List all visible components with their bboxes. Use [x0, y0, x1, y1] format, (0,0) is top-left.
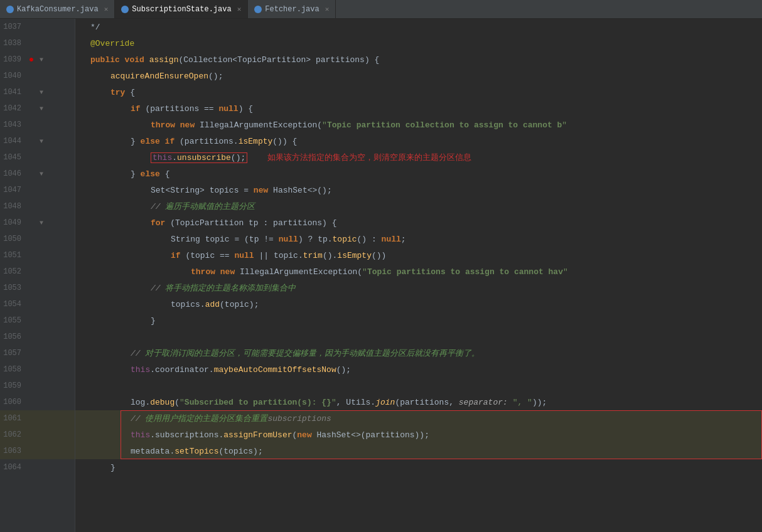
line-num-1037: 1037 — [0, 23, 26, 31]
code-line-1052: throw new IllegalArgumentException("Topi… — [75, 263, 762, 280]
gutter-row-1053: 1053 — [0, 280, 75, 296]
gutter-fold-1042[interactable]: ▼ — [36, 104, 46, 114]
code-line-1057: // 对于取消订阅的主题分区，可能需要提交偏移量，因为手动赋值主题分区后就没有再… — [75, 345, 762, 361]
tab-label-kafkaconsumer: KafkaConsumer.java — [17, 5, 99, 14]
line-num-1051: 1051 — [0, 251, 26, 260]
gutter-fold-1056 — [36, 332, 46, 342]
line-num-1055: 1055 — [0, 316, 26, 325]
code-line-1049: for (TopicPartition tp : partitions) { — [75, 215, 762, 231]
gutter-fold-1057 — [36, 348, 46, 358]
gutter-row-1061: 1061 — [0, 410, 75, 427]
gutter-row-1060: 1060 — [0, 394, 75, 410]
tab-kafkaconsumer[interactable]: KafkaConsumer.java ✕ — [0, 0, 115, 18]
code-line-1063: metadata.setTopics(topics); — [75, 443, 762, 459]
gutter-fold-1052 — [36, 267, 46, 277]
line-num-1063: 1063 — [0, 447, 26, 455]
gutter-fold-1039[interactable]: ▼ — [36, 55, 46, 65]
gutter-fold-1061 — [36, 413, 46, 423]
gutter-icon-1056 — [26, 332, 36, 342]
line-num-1038: 1038 — [0, 39, 26, 48]
code-line-1047: Set<String> topics = new HashSet<>(); — [75, 182, 762, 198]
line-num-1048: 1048 — [0, 202, 26, 211]
gutter-icon-1046 — [26, 169, 36, 179]
gutter-row-1063: 1063 — [0, 443, 75, 459]
line-num-1049: 1049 — [0, 218, 26, 227]
code-container: 1037 1038 1039 ● ▼ 1040 — [0, 19, 762, 532]
tab-close-kafkaconsumer[interactable]: ✕ — [104, 5, 109, 13]
gutter-row-1056: 1056 — [0, 329, 75, 345]
code-line-1056 — [75, 329, 762, 345]
gutter-row-1052: 1052 — [0, 263, 75, 280]
gutter-row-1051: 1051 — [0, 247, 75, 263]
gutter-row-1059: 1059 — [0, 378, 75, 394]
gutter-icon-1064 — [26, 462, 36, 472]
gutter-fold-1060 — [36, 397, 46, 407]
tab-bar[interactable]: KafkaConsumer.java ✕ SubscriptionState.j… — [0, 0, 762, 19]
gutter-icon-1043 — [26, 120, 36, 130]
inline-highlight-box-1045: this.unsubscribe(); — [151, 152, 247, 163]
gutter-row-1039: 1039 ● ▼ — [0, 51, 75, 68]
gutter-fold-1049[interactable]: ▼ — [36, 218, 46, 228]
gutter-icon-1055 — [26, 316, 36, 326]
tab-fetcher[interactable]: Fetcher.java ✕ — [248, 0, 336, 18]
code-line-1050: String topic = (tp != null) ? tp.topic()… — [75, 231, 762, 247]
gutter-icon-1047 — [26, 185, 36, 195]
gutter-icon-1061 — [26, 413, 36, 423]
code-line-1042: if (partitions == null) { — [75, 100, 762, 117]
gutter-fold-1054 — [36, 299, 46, 309]
gutter-fold-1059 — [36, 381, 46, 391]
code-line-1039: public void assign(Collection<TopicParti… — [75, 51, 762, 68]
line-num-1045: 1045 — [0, 153, 26, 162]
gutter-icon-1045 — [26, 152, 36, 162]
gutter-fold-1055 — [36, 316, 46, 326]
tab-subscriptionstate[interactable]: SubscriptionState.java ✕ — [115, 0, 248, 18]
gutter-row-1038: 1038 — [0, 35, 75, 51]
gutter-fold-1044[interactable]: ▼ — [36, 136, 46, 146]
tab-icon-subscriptionstate — [121, 6, 129, 13]
gutter-fold-1053 — [36, 283, 46, 293]
gutter-fold-1063 — [36, 446, 46, 456]
line-num-1059: 1059 — [0, 381, 26, 390]
code-editor[interactable]: */ @Override public void assign(Collecti… — [75, 19, 762, 532]
code-line-1048: // 遍历手动赋值的主题分区 — [75, 198, 762, 215]
gutter-fold-1064 — [36, 462, 46, 472]
gutter-row-1037: 1037 — [0, 19, 75, 35]
line-num-1050: 1050 — [0, 235, 26, 243]
gutter-row-1057: 1057 — [0, 345, 75, 361]
gutter-row-1055: 1055 — [0, 312, 75, 329]
line-num-1056: 1056 — [0, 332, 26, 341]
gutter-icon-1063 — [26, 446, 36, 456]
gutter-row-1064: 1064 — [0, 459, 75, 476]
tab-label-fetcher: Fetcher.java — [265, 5, 319, 14]
line-num-1057: 1057 — [0, 349, 26, 358]
gutter-fold-1051 — [36, 250, 46, 260]
gutter-row-1046: 1046 ▼ — [0, 166, 75, 182]
gutter-fold-1043 — [36, 120, 46, 130]
code-line-1053: // 将手动指定的主题名称添加到集合中 — [75, 280, 762, 296]
gutter-icon-1059 — [26, 381, 36, 391]
gutter-row-1041: 1041 ▼ — [0, 84, 75, 100]
gutter-fold-1046[interactable]: ▼ — [36, 169, 46, 179]
editor-window: KafkaConsumer.java ✕ SubscriptionState.j… — [0, 0, 762, 532]
gutter-fold-1050 — [36, 234, 46, 244]
tab-close-subscriptionstate[interactable]: ✕ — [237, 5, 242, 13]
gutter-breakpoint-1039[interactable]: ● — [26, 55, 36, 65]
tab-icon-kafkaconsumer — [6, 6, 14, 13]
line-num-1054: 1054 — [0, 300, 26, 309]
line-num-1046: 1046 — [0, 169, 26, 178]
gutter-fold-1041[interactable]: ▼ — [36, 87, 46, 97]
code-line-1054: topics.add(topic); — [75, 296, 762, 312]
line-num-1062: 1062 — [0, 430, 26, 439]
gutter-fold-1048 — [36, 201, 46, 211]
code-line-1046: } else { — [75, 166, 762, 182]
line-num-1061: 1061 — [0, 414, 26, 423]
gutter-icon-1053 — [26, 283, 36, 293]
gutter-icon-1042 — [26, 104, 36, 114]
gutter-fold-1062 — [36, 430, 46, 440]
gutter-row-1042: 1042 ▼ — [0, 100, 75, 117]
gutter-fold-1037 — [36, 22, 46, 32]
tab-close-fetcher[interactable]: ✕ — [325, 5, 330, 13]
code-line-1041: try { — [75, 84, 762, 100]
gutter-icon-1044 — [26, 136, 36, 146]
gutter-row-1045: 1045 — [0, 149, 75, 166]
